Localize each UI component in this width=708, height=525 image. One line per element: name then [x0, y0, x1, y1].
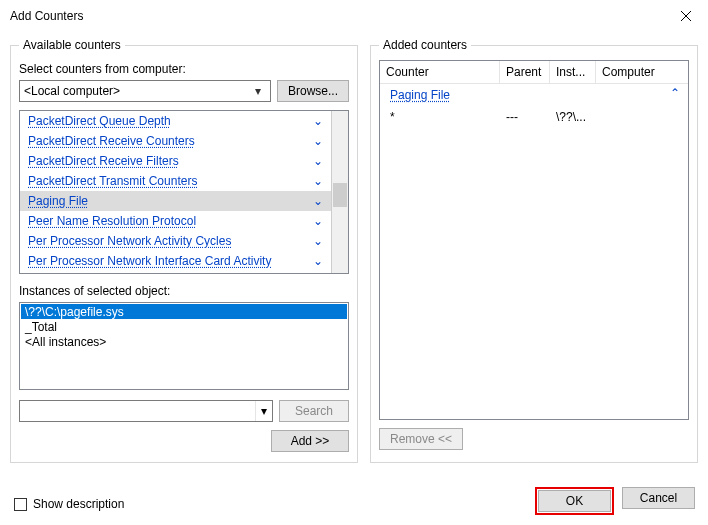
cancel-button[interactable]: Cancel	[622, 487, 695, 509]
available-counters-group: Available counters Select counters from …	[10, 38, 358, 463]
cell-parent: ---	[500, 108, 550, 126]
table-row[interactable]: *---\??\...	[380, 106, 688, 128]
add-button[interactable]: Add >>	[271, 430, 349, 452]
group-name: Paging File	[380, 86, 670, 104]
instance-item[interactable]: <All instances>	[21, 334, 347, 349]
counter-item[interactable]: Paging File⌄	[20, 191, 331, 211]
chevron-down-icon: ⌄	[311, 134, 325, 148]
browse-button[interactable]: Browse...	[277, 80, 349, 102]
counter-item[interactable]: PacketDirect Receive Filters⌄	[20, 151, 331, 171]
table-header: Counter Parent Inst... Computer	[380, 61, 688, 84]
scroll-thumb[interactable]	[333, 183, 347, 207]
counter-item[interactable]: PacketDirect Transmit Counters⌄	[20, 171, 331, 191]
counter-list[interactable]: PacketDirect Queue Depth⌄PacketDirect Re…	[19, 110, 349, 274]
cell-computer	[596, 108, 688, 126]
counter-name: PacketDirect Queue Depth	[28, 114, 311, 128]
counter-item[interactable]: Peer Name Resolution Protocol⌄	[20, 211, 331, 231]
select-computer-label: Select counters from computer:	[19, 62, 349, 76]
counter-item[interactable]: PacketDirect Receive Counters⌄	[20, 131, 331, 151]
counter-name: PacketDirect Transmit Counters	[28, 174, 311, 188]
chevron-down-icon: ⌄	[311, 154, 325, 168]
window-title: Add Counters	[10, 9, 663, 23]
instances-label: Instances of selected object:	[19, 284, 349, 298]
chevron-down-icon: ⌄	[311, 254, 325, 268]
cell-inst: \??\...	[550, 108, 596, 126]
col-inst[interactable]: Inst...	[550, 61, 596, 84]
close-icon	[681, 11, 691, 21]
titlebar: Add Counters	[0, 0, 708, 32]
scrollbar[interactable]	[331, 111, 348, 273]
chevron-down-icon: ⌄	[311, 214, 325, 228]
added-counters-group: Added counters Counter Parent Inst... Co…	[370, 38, 698, 463]
cell-counter: *	[380, 108, 500, 126]
instances-list[interactable]: \??\C:\pagefile.sys_Total<All instances>	[19, 302, 349, 390]
col-counter[interactable]: Counter	[380, 61, 500, 84]
counter-name: Peer Name Resolution Protocol	[28, 214, 311, 228]
chevron-down-icon: ⌄	[311, 174, 325, 188]
show-description-checkbox[interactable]: Show description	[14, 497, 124, 511]
computer-value: <Local computer>	[24, 84, 250, 98]
col-parent[interactable]: Parent	[500, 61, 550, 84]
counter-name: PacketDirect Receive Filters	[28, 154, 311, 168]
added-legend: Added counters	[379, 38, 471, 52]
chevron-down-icon: ▾	[255, 401, 272, 421]
counter-item[interactable]: PacketDirect Queue Depth⌄	[20, 111, 331, 131]
computer-combo[interactable]: <Local computer> ▾	[19, 80, 271, 102]
chevron-down-icon: ▾	[250, 84, 266, 98]
search-button[interactable]: Search	[279, 400, 349, 422]
instance-item[interactable]: _Total	[21, 319, 347, 334]
counter-name: Per Processor Network Interface Card Act…	[28, 254, 311, 268]
ok-button[interactable]: OK	[538, 490, 611, 512]
counter-name: Paging File	[28, 194, 311, 208]
counter-item[interactable]: Per Processor Network Activity Cycles⌄	[20, 231, 331, 251]
col-computer[interactable]: Computer	[596, 61, 688, 84]
show-description-label: Show description	[33, 497, 124, 511]
group-row[interactable]: Paging File ⌃	[380, 84, 688, 106]
instance-item[interactable]: \??\C:\pagefile.sys	[21, 304, 347, 319]
chevron-down-icon: ⌄	[311, 234, 325, 248]
search-combo[interactable]: ▾	[19, 400, 273, 422]
chevron-down-icon: ⌄	[311, 114, 325, 128]
chevron-down-icon: ⌄	[311, 194, 325, 208]
close-button[interactable]	[663, 0, 708, 32]
available-legend: Available counters	[19, 38, 125, 52]
ok-highlight: OK	[535, 487, 614, 515]
counter-name: PacketDirect Receive Counters	[28, 134, 311, 148]
checkbox-icon	[14, 498, 27, 511]
remove-button[interactable]: Remove <<	[379, 428, 463, 450]
counter-name: Per Processor Network Activity Cycles	[28, 234, 311, 248]
added-list[interactable]: Counter Parent Inst... Computer Paging F…	[379, 60, 689, 420]
counter-item[interactable]: Per Processor Network Interface Card Act…	[20, 251, 331, 271]
chevron-up-icon: ⌃	[670, 86, 688, 104]
